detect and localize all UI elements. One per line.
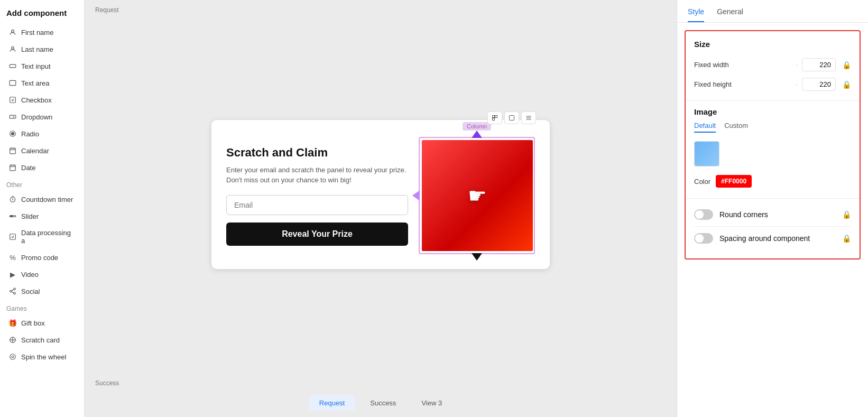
sidebar-item-scratch-card[interactable]: Scratch card	[3, 332, 81, 348]
svg-rect-34	[510, 116, 514, 121]
tab-style[interactable]: Style	[688, 7, 704, 22]
slider-icon	[8, 212, 17, 220]
arrow-up[interactable]	[472, 131, 482, 138]
lock-icon-2: 🔒	[842, 80, 851, 89]
timer-icon	[8, 195, 17, 203]
color-row: Color #FF0000	[686, 171, 860, 192]
person-icon	[8, 28, 17, 36]
sidebar-item-label: Text area	[21, 79, 49, 87]
scratch-panel-border: ☛	[419, 137, 535, 254]
svg-rect-8	[10, 148, 16, 154]
image-preview[interactable]	[694, 141, 719, 166]
calendar-icon	[8, 146, 17, 155]
data-processing-icon	[8, 233, 17, 241]
sidebar-item-dropdown[interactable]: Dropdown	[3, 109, 81, 125]
other-section-label: Other	[0, 176, 84, 191]
lock-icon: 🔒	[842, 61, 851, 69]
sidebar-item-checkbox[interactable]: Checkbox	[3, 92, 81, 108]
scratch-text-side: Scratch and Claim Enter your email and s…	[226, 146, 419, 246]
sidebar-item-last-name[interactable]: Last name	[3, 41, 81, 57]
svg-point-30	[12, 356, 14, 358]
social-icon	[8, 287, 17, 295]
sidebar-item-label: Scratch card	[21, 336, 60, 344]
sidebar-item-gift-box[interactable]: 🎁 Gift box	[3, 315, 81, 331]
round-corners-label: Round corners	[719, 210, 834, 219]
image-tab-custom[interactable]: Custom	[724, 122, 748, 133]
sidebar-item-calendar[interactable]: Calendar	[3, 143, 81, 159]
svg-rect-32	[495, 116, 497, 118]
sidebar-item-data-processing[interactable]: Data processing a	[3, 225, 81, 248]
svg-rect-4	[10, 97, 16, 103]
svg-point-0	[12, 30, 14, 32]
spacing-row: Spacing around component 🔒	[686, 227, 860, 250]
round-corners-row: Round corners 🔒	[686, 203, 860, 226]
promo-icon: %	[8, 253, 17, 262]
sidebar-title: Add component	[0, 0, 84, 24]
sidebar-item-text-input[interactable]: Text input	[3, 58, 81, 74]
tab-success[interactable]: Success	[359, 395, 407, 411]
fixed-width-row: Fixed width · 🔒	[686, 55, 860, 75]
image-tabs: Default Custom	[686, 122, 860, 137]
reveal-prize-button[interactable]: Reveal Your Prize	[226, 223, 408, 246]
color-label: Color	[694, 178, 710, 186]
spacing-lock: 🔒	[842, 234, 851, 243]
checkbox-icon	[8, 96, 17, 104]
sidebar-item-label: Gift box	[21, 319, 45, 327]
tab-view3[interactable]: View 3	[411, 395, 453, 411]
sidebar-item-label: Date	[21, 164, 35, 172]
sidebar-item-spin-wheel[interactable]: Spin the wheel	[3, 349, 81, 365]
svg-point-23	[14, 292, 16, 294]
sidebar-item-date[interactable]: Date	[3, 160, 81, 175]
toolbar-btn-1[interactable]	[487, 112, 502, 124]
arrow-left[interactable]	[412, 190, 420, 201]
radio-icon	[8, 129, 17, 138]
round-corners-toggle[interactable]	[694, 209, 713, 220]
scratch-panel[interactable]: ☛	[422, 140, 533, 251]
svg-point-29	[10, 354, 16, 360]
color-swatch[interactable]: #FF0000	[716, 175, 752, 188]
round-corners-lock: 🔒	[842, 210, 851, 219]
right-panel-content: Size Fixed width · 🔒 Fixed height · 🔒 Im…	[685, 30, 861, 260]
tab-request[interactable]: Request	[309, 395, 355, 411]
sidebar-item-slider[interactable]: Slider	[3, 208, 81, 224]
sidebar-item-video[interactable]: ▶ Video	[3, 266, 81, 282]
tab-general[interactable]: General	[717, 7, 743, 22]
right-panel-header: Style General	[677, 0, 868, 23]
sidebar-item-radio[interactable]: Radio	[3, 126, 81, 142]
svg-line-25	[12, 290, 14, 291]
svg-point-21	[14, 288, 16, 290]
spacing-label: Spacing around component	[719, 234, 834, 243]
dropdown-icon	[8, 113, 17, 121]
bottom-tabs: Request Success View 3	[85, 389, 677, 417]
spin-wheel-icon	[8, 353, 17, 361]
image-tab-default[interactable]: Default	[694, 122, 716, 133]
svg-rect-2	[10, 64, 16, 68]
sidebar: Add component First name Last name Text …	[0, 0, 85, 417]
fixed-width-input[interactable]	[802, 58, 836, 71]
toolbar-btn-3[interactable]	[521, 112, 536, 124]
sidebar-item-first-name[interactable]: First name	[3, 24, 81, 40]
toolbar-btn-2[interactable]	[504, 112, 519, 124]
success-section-label: Success	[85, 373, 677, 389]
sidebar-item-promo-code[interactable]: % Promo code	[3, 249, 81, 265]
spacing-toggle[interactable]	[694, 233, 713, 244]
video-icon: ▶	[8, 270, 17, 279]
scratch-panel-container: Column	[419, 137, 535, 254]
arrow-down[interactable]	[472, 253, 482, 261]
email-input[interactable]	[226, 195, 408, 215]
column-label: Column	[463, 122, 491, 131]
text-input-icon	[8, 62, 17, 70]
sidebar-item-label: Calendar	[21, 147, 49, 155]
image-section-header: Image	[686, 105, 860, 122]
main-area: Request Scratch and Claim Enter your ema…	[85, 0, 677, 417]
fixed-height-row: Fixed height · 🔒	[686, 75, 860, 94]
svg-point-19	[11, 215, 13, 217]
sidebar-item-text-area[interactable]: Text area	[3, 75, 81, 91]
sidebar-item-countdown-timer[interactable]: Countdown timer	[3, 191, 81, 207]
sidebar-item-social[interactable]: Social	[3, 283, 81, 299]
request-section-label: Request	[85, 0, 677, 16]
scratch-cursor-icon: ☛	[468, 183, 487, 208]
fixed-height-input[interactable]	[802, 78, 836, 91]
svg-rect-12	[10, 165, 16, 171]
right-panel: Style General Size Fixed width · 🔒 Fixed…	[677, 0, 868, 417]
